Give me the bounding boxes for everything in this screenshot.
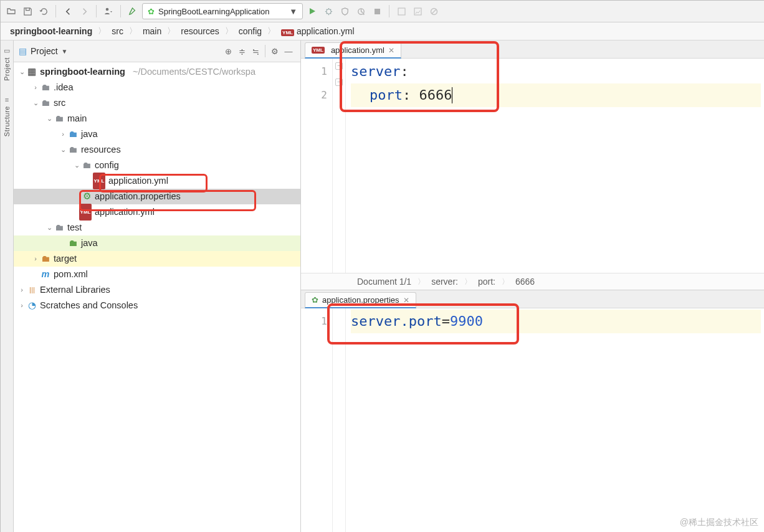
separator [120,5,121,17]
tab-label: application.properties [322,295,399,305]
code-editor[interactable]: 1 2 − − server: port: 6666 [301,59,764,273]
tab-label: application.yml [331,45,384,55]
editor-properties: ✿ application.properties ✕ 1 server.port… [301,290,764,532]
crumb-src[interactable]: src [107,26,128,37]
tree-test[interactable]: ⌄ 🖿 test [14,220,300,235]
yml-file-icon: YML [81,204,92,221]
fold-column [333,308,346,532]
tree-root[interactable]: ⌄ ▦ springboot-learning ~/Documents/CEST… [14,64,300,80]
rail-structure[interactable]: ≡ Structure [3,96,11,136]
editor-breadcrumb-bar: Document 1/1 〉 server: 〉 port: 〉 6666 [301,273,764,290]
users-icon[interactable] [102,4,115,18]
back-icon[interactable] [61,4,75,18]
build-icon[interactable] [126,4,140,18]
rail-structure-label: Structure [3,106,11,136]
open-icon[interactable] [4,4,18,18]
chevron-down-icon: ⌄ [17,64,26,80]
chevron-down-icon: ⌄ [45,111,54,126]
locate-icon[interactable]: ⊕ [221,44,235,58]
fold-icon[interactable]: − [335,78,343,86]
tree-pom[interactable]: m pom.xml [14,267,300,282]
project-tool-window: ▤ Project ▼ ⊕ ≑ ≒ ⚙ — ⌄ ▦ springboot-lea… [14,40,301,532]
tree-res-yml[interactable]: YML application.yml [14,204,300,220]
rail-project[interactable]: ▭ Project [3,47,11,81]
stop-icon[interactable] [370,4,384,18]
folder-icon: 🖿 [40,80,51,95]
chevron-down-icon: ▼ [62,48,68,55]
forward-icon[interactable] [77,4,91,18]
project-title[interactable]: ▤ Project ▼ [19,46,67,56]
code-body[interactable]: server.port=9900 [346,308,764,532]
run-config-combo[interactable]: ✿ SpringBootLearningApplication ▼ [142,3,303,19]
chevron-right-icon: 〉 [129,26,137,37]
status-val[interactable]: 6666 [515,277,535,287]
main-toolbar: ✿ SpringBootLearningApplication ▼ [1,1,764,22]
watermark-text: @稀土掘金技术社区 [680,517,758,528]
resources-folder-icon: 🖿 [67,142,79,158]
chevron-right-icon: 〉 [418,277,425,287]
module-icon: ▦ [26,64,37,80]
code-editor[interactable]: 1 server.port=9900 [301,308,764,532]
status-path-2[interactable]: port: [478,277,495,287]
excluded-folder-icon: 🖿 [40,251,51,267]
separator [55,5,56,17]
crumb-resources[interactable]: resources [176,26,223,37]
tab-application-yml[interactable]: YML application.yml ✕ [305,42,401,59]
status-path-1[interactable]: server: [431,277,458,287]
tree-config[interactable]: ⌄ 🖿 config [14,158,300,173]
profile-icon[interactable] [354,4,368,18]
debug-icon[interactable] [322,4,335,18]
tree-resources[interactable]: ⌄ 🖿 resources [14,142,300,158]
tree-java-test[interactable]: 🖿 java [14,235,300,251]
crumb-config[interactable]: config [234,26,266,37]
save-icon[interactable] [21,4,34,18]
tree-main[interactable]: ⌄ 🖿 main [14,111,300,126]
run-icon[interactable] [305,4,319,18]
crumb-main[interactable]: main [138,26,166,37]
chevron-right-icon: 〉 [502,277,509,287]
svg-rect-4 [398,8,405,15]
coverage-icon[interactable] [338,4,351,18]
chevron-right-icon: › [17,298,26,313]
toggle-2-icon[interactable] [411,4,424,18]
hide-icon[interactable]: — [282,44,295,58]
collapse-all-icon[interactable]: ≒ [249,44,262,58]
chevron-right-icon: 〉 [267,26,275,37]
code-body[interactable]: server: port: 6666 [346,59,764,273]
tree-app-properties[interactable]: ⚙ application.properties [14,189,300,204]
project-header: ▤ Project ▼ ⊕ ≑ ≒ ⚙ — [14,40,300,62]
toggle-1-icon[interactable] [394,4,408,18]
editor-tabbar: ✿ application.properties ✕ [301,290,764,308]
chevron-down-icon: ⌄ [72,158,81,173]
structure-rail-icon: ≡ [5,96,9,103]
svg-rect-3 [375,9,380,14]
crumb-project[interactable]: springboot-learning [6,26,97,37]
chevron-down-icon: ⌄ [45,220,54,235]
fold-icon[interactable]: − [335,62,343,70]
reload-icon[interactable] [37,4,50,18]
chevron-right-icon: 〉 [167,26,175,37]
tree-idea[interactable]: › 🖿 .idea [14,80,300,95]
expand-all-icon[interactable]: ≑ [235,44,249,58]
fold-column: − − [333,59,346,273]
editor-yml: YML application.yml ✕ 1 2 − − [301,40,764,290]
close-icon[interactable]: ✕ [388,46,394,55]
tab-application-properties[interactable]: ✿ application.properties ✕ [305,292,416,308]
tree-scratches[interactable]: › ◔ Scratches and Consoles [14,298,300,313]
tree-src[interactable]: ⌄ 🖿 src [14,95,300,111]
editor-tabbar: YML application.yml ✕ [301,40,764,59]
tree-target[interactable]: › 🖿 target [14,251,300,267]
chevron-right-icon: › [31,80,40,95]
yml-file-icon: YML [95,173,106,189]
gear-icon[interactable]: ⚙ [268,44,282,58]
disabled-icon[interactable] [427,4,441,18]
source-folder-icon: 🖿 [67,126,79,142]
test-folder-icon: 🖿 [67,235,79,251]
tree-java-main[interactable]: › 🖿 java [14,126,300,142]
tree-config-yml[interactable]: YML application.yml [14,173,300,189]
crumb-file[interactable]: YMLapplication.yml [277,26,359,37]
project-tree[interactable]: ⌄ ▦ springboot-learning ~/Documents/CEST… [14,62,300,532]
close-icon[interactable]: ✕ [403,296,409,305]
tree-ext-lib[interactable]: › ⫼ External Libraries [14,282,300,298]
svg-point-0 [106,8,109,11]
